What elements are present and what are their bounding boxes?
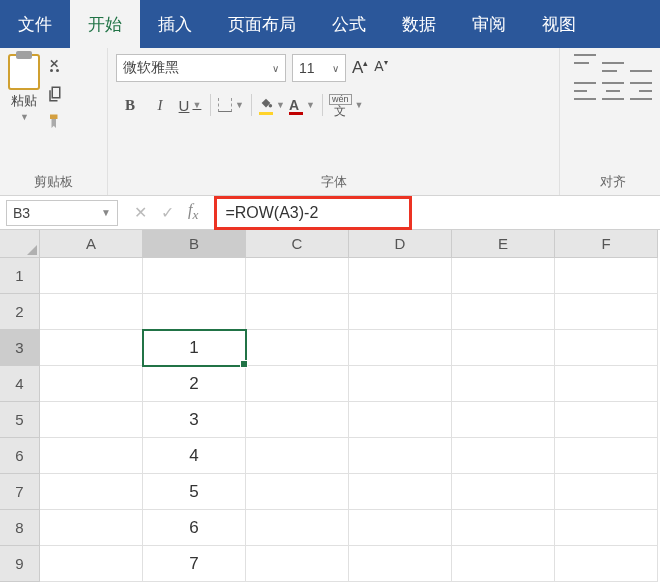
- cell[interactable]: 6: [143, 510, 246, 546]
- align-right-button[interactable]: [630, 82, 652, 100]
- column-header[interactable]: F: [555, 230, 658, 258]
- copy-button[interactable]: [46, 84, 66, 104]
- format-painter-button[interactable]: [46, 112, 66, 132]
- cell[interactable]: [452, 474, 555, 510]
- name-box[interactable]: B3 ▼: [6, 200, 118, 226]
- cell[interactable]: [555, 294, 658, 330]
- cell[interactable]: [349, 366, 452, 402]
- align-center-button[interactable]: [602, 82, 624, 100]
- cancel-formula-button[interactable]: ✕: [134, 203, 147, 222]
- cell[interactable]: [246, 330, 349, 366]
- formula-input[interactable]: =ROW(A3)-2: [214, 196, 412, 230]
- align-top-button[interactable]: [574, 54, 596, 72]
- cell[interactable]: [143, 294, 246, 330]
- cell[interactable]: [40, 438, 143, 474]
- cell[interactable]: 1: [143, 330, 246, 366]
- cell[interactable]: [40, 510, 143, 546]
- row-header[interactable]: 5: [0, 402, 40, 438]
- cell[interactable]: 2: [143, 366, 246, 402]
- font-name-combo[interactable]: 微软雅黑 ∨: [116, 54, 286, 82]
- cell[interactable]: [349, 330, 452, 366]
- tab-file[interactable]: 文件: [0, 0, 70, 48]
- tab-insert[interactable]: 插入: [140, 0, 210, 48]
- cell[interactable]: [349, 474, 452, 510]
- cell[interactable]: [349, 438, 452, 474]
- tab-home[interactable]: 开始: [70, 0, 140, 48]
- font-color-button[interactable]: A ▼: [288, 92, 316, 118]
- cell[interactable]: [452, 546, 555, 582]
- cell[interactable]: [40, 258, 143, 294]
- tab-review[interactable]: 审阅: [454, 0, 524, 48]
- column-header[interactable]: D: [349, 230, 452, 258]
- tab-view[interactable]: 视图: [524, 0, 594, 48]
- select-all-corner[interactable]: [0, 230, 40, 258]
- underline-button[interactable]: U▼: [176, 92, 204, 118]
- column-header[interactable]: A: [40, 230, 143, 258]
- tab-formulas[interactable]: 公式: [314, 0, 384, 48]
- align-left-button[interactable]: [574, 82, 596, 100]
- row-header[interactable]: 2: [0, 294, 40, 330]
- cell[interactable]: [452, 258, 555, 294]
- cell[interactable]: 5: [143, 474, 246, 510]
- cell[interactable]: [349, 258, 452, 294]
- cell[interactable]: [555, 510, 658, 546]
- border-button[interactable]: ▼: [217, 92, 245, 118]
- cell[interactable]: [349, 510, 452, 546]
- cell[interactable]: [246, 510, 349, 546]
- cell[interactable]: [555, 474, 658, 510]
- cell[interactable]: [452, 402, 555, 438]
- bold-button[interactable]: B: [116, 92, 144, 118]
- cell[interactable]: [452, 366, 555, 402]
- decrease-font-button[interactable]: A▾: [374, 58, 387, 78]
- row-header[interactable]: 3: [0, 330, 40, 366]
- cell[interactable]: [246, 258, 349, 294]
- cell[interactable]: [40, 546, 143, 582]
- phonetic-button[interactable]: wén 文 ▼: [329, 92, 363, 118]
- cell[interactable]: [452, 510, 555, 546]
- align-bottom-button[interactable]: [630, 54, 652, 72]
- column-header[interactable]: C: [246, 230, 349, 258]
- cell[interactable]: [452, 330, 555, 366]
- cut-button[interactable]: [46, 56, 66, 76]
- cell[interactable]: 7: [143, 546, 246, 582]
- cell[interactable]: [40, 294, 143, 330]
- cell[interactable]: [452, 438, 555, 474]
- row-header[interactable]: 6: [0, 438, 40, 474]
- font-size-combo[interactable]: 11 ∨: [292, 54, 346, 82]
- cell[interactable]: [143, 258, 246, 294]
- cell[interactable]: [452, 294, 555, 330]
- row-header[interactable]: 4: [0, 366, 40, 402]
- cell[interactable]: 3: [143, 402, 246, 438]
- cell[interactable]: [40, 366, 143, 402]
- row-header[interactable]: 8: [0, 510, 40, 546]
- spreadsheet-grid[interactable]: ABCDEF 1231425364758697: [0, 230, 660, 582]
- cell[interactable]: [555, 402, 658, 438]
- cell[interactable]: [555, 330, 658, 366]
- cell[interactable]: [555, 366, 658, 402]
- row-header[interactable]: 9: [0, 546, 40, 582]
- row-header[interactable]: 7: [0, 474, 40, 510]
- italic-button[interactable]: I: [146, 92, 174, 118]
- cell[interactable]: [246, 474, 349, 510]
- paste-button[interactable]: 粘贴 ▼: [8, 54, 40, 122]
- accept-formula-button[interactable]: ✓: [161, 203, 174, 222]
- cell[interactable]: 4: [143, 438, 246, 474]
- cell[interactable]: [555, 258, 658, 294]
- column-header[interactable]: B: [143, 230, 246, 258]
- cell[interactable]: [555, 546, 658, 582]
- cell[interactable]: [246, 438, 349, 474]
- insert-function-button[interactable]: fx: [188, 201, 198, 223]
- cell[interactable]: [555, 438, 658, 474]
- align-middle-button[interactable]: [602, 54, 624, 72]
- fill-color-button[interactable]: ▼: [258, 92, 286, 118]
- cell[interactable]: [40, 474, 143, 510]
- cell[interactable]: [40, 402, 143, 438]
- cell[interactable]: [246, 294, 349, 330]
- column-header[interactable]: E: [452, 230, 555, 258]
- cell[interactable]: [349, 294, 452, 330]
- cell[interactable]: [349, 402, 452, 438]
- row-header[interactable]: 1: [0, 258, 40, 294]
- increase-font-button[interactable]: A▴: [352, 58, 368, 78]
- cell[interactable]: [246, 366, 349, 402]
- tab-layout[interactable]: 页面布局: [210, 0, 314, 48]
